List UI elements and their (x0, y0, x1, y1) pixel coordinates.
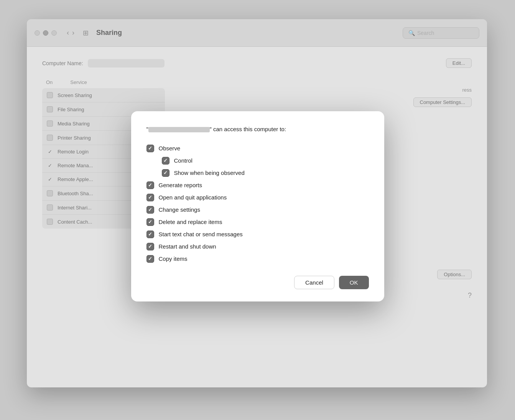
help-icon[interactable]: ? (468, 292, 472, 300)
title-suffix: ” can access this computer to: (210, 126, 286, 132)
computer-name-value (88, 59, 165, 68)
checkbox-file-sharing[interactable] (47, 106, 53, 112)
perm-label-show-observed: Show when being observed (174, 170, 245, 176)
permission-item-copy-items: Copy items (146, 253, 369, 265)
service-label-internet-sharing: Internet Shari... (58, 205, 92, 211)
checkbox-control[interactable] (162, 157, 169, 165)
traffic-lights (35, 30, 57, 36)
service-item-screen-sharing[interactable]: Screen Sharing (42, 88, 165, 102)
service-label-screen-sharing: Screen Sharing (58, 92, 92, 98)
check-remote-management: ✓ (47, 163, 53, 168)
permission-item-delete-replace: Delete and replace items (146, 216, 369, 228)
checkbox-screen-sharing[interactable] (47, 92, 53, 98)
search-icon: 🔍 (408, 30, 415, 36)
service-column-header: Service (70, 79, 87, 85)
ok-button[interactable]: OK (339, 276, 369, 289)
on-column-header: On (46, 79, 53, 85)
back-icon[interactable]: ‹ (67, 29, 69, 37)
perm-label-control: Control (174, 157, 193, 164)
modal-dialog: "” can access this computer to: Observe … (131, 111, 384, 301)
service-label-file-sharing: File Sharing (58, 107, 84, 112)
address-label: ress (462, 87, 472, 93)
options-button[interactable]: Options... (437, 270, 472, 279)
service-label-content-caching: Content Cach... (58, 219, 92, 225)
close-button[interactable] (35, 30, 40, 36)
redacted-username (148, 127, 210, 132)
perm-label-start-text-chat: Start text chat or send messages (159, 231, 243, 237)
checkbox-show-observed[interactable] (162, 169, 169, 177)
modal-title: "” can access this computer to: (146, 125, 369, 133)
perm-label-generate-reports: Generate reports (159, 182, 202, 188)
perm-label-change-settings: Change settings (159, 206, 200, 213)
forward-icon[interactable]: › (72, 29, 74, 37)
perm-label-observe: Observe (159, 145, 181, 152)
permission-item-start-text-chat: Start text chat or send messages (146, 228, 369, 240)
perm-label-open-quit-apps: Open and quit applications (159, 194, 227, 201)
modal-buttons: Cancel OK (146, 276, 369, 289)
perm-label-restart-shutdown: Restart and shut down (159, 243, 216, 250)
permission-item-change-settings: Change settings (146, 204, 369, 216)
search-box[interactable]: 🔍 Search (403, 27, 479, 39)
permission-list: Observe Control Show when being observed… (146, 142, 369, 265)
checkbox-generate-reports[interactable] (146, 181, 154, 189)
checkbox-media-sharing[interactable] (47, 120, 53, 127)
checkbox-content-caching[interactable] (47, 219, 53, 225)
checkbox-change-settings[interactable] (146, 206, 154, 214)
service-label-remote-login: Remote Login (58, 149, 89, 155)
service-label-bluetooth-sharing: Bluetooth Sha... (58, 191, 93, 196)
permission-item-observe: Observe (146, 142, 369, 155)
checkbox-copy-items[interactable] (146, 255, 154, 263)
titlebar: ‹ › ⊞ Sharing 🔍 Search (27, 19, 487, 47)
service-label-printer-sharing: Printer Sharing (58, 135, 91, 141)
window-title: Sharing (96, 29, 122, 37)
service-label-remote-management: Remote Mana... (58, 163, 93, 168)
maximize-button[interactable] (51, 30, 57, 36)
check-remote-apple: ✓ (47, 176, 53, 182)
permission-item-generate-reports: Generate reports (146, 179, 369, 191)
edit-button[interactable]: Edit... (446, 58, 472, 68)
permission-item-open-quit-apps: Open and quit applications (146, 191, 369, 204)
cancel-button[interactable]: Cancel (294, 276, 334, 289)
nav-arrows: ‹ › (67, 29, 74, 37)
checkbox-observe[interactable] (146, 145, 154, 152)
computer-name-row: Computer Name: Edit... (42, 58, 472, 68)
permission-item-control: Control (146, 155, 369, 167)
check-remote-login: ✓ (47, 149, 53, 155)
checkbox-delete-replace[interactable] (146, 218, 154, 226)
checkbox-restart-shutdown[interactable] (146, 243, 154, 250)
checkbox-start-text-chat[interactable] (146, 231, 154, 238)
checkbox-internet-sharing[interactable] (47, 204, 53, 211)
permission-item-show-observed: Show when being observed (146, 167, 369, 179)
table-header: On Service (42, 79, 165, 85)
checkbox-printer-sharing[interactable] (47, 135, 53, 141)
perm-label-delete-replace: Delete and replace items (159, 219, 222, 225)
checkbox-bluetooth-sharing[interactable] (47, 190, 53, 196)
checkbox-open-quit-apps[interactable] (146, 194, 154, 201)
permission-item-restart-shutdown: Restart and shut down (146, 240, 369, 253)
computer-settings-button[interactable]: Computer Settings... (413, 97, 472, 107)
service-label-media-sharing: Media Sharing (58, 121, 90, 127)
perm-label-copy-items: Copy items (159, 255, 188, 262)
minimize-button[interactable] (43, 30, 48, 36)
service-label-remote-apple: Remote Apple... (58, 176, 93, 182)
computer-name-label: Computer Name: (42, 60, 83, 66)
grid-icon[interactable]: ⊞ (83, 29, 89, 37)
search-placeholder: Search (417, 30, 434, 36)
